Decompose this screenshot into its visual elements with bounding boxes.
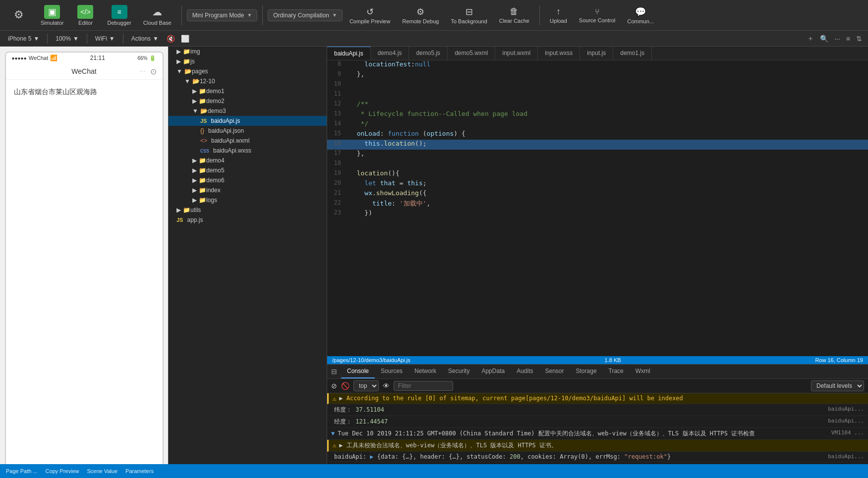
devtools-tab-appdata[interactable]: AppData bbox=[475, 365, 511, 378]
remote-debug-button[interactable]: ⚙ Remote Debug bbox=[397, 4, 444, 26]
tab-demo1-js[interactable]: demo1.js bbox=[613, 47, 652, 60]
tree-label: demo6 bbox=[206, 177, 225, 184]
devtools-tab-sensor[interactable]: Sensor bbox=[539, 365, 570, 378]
source-control-button[interactable]: ⑂ Source Control bbox=[574, 5, 620, 25]
tree-item-demo4[interactable]: ▶ 📁 demo4 bbox=[169, 156, 327, 165]
list-icon[interactable]: ≡ bbox=[844, 35, 852, 43]
code-content[interactable]: 8 locationTest:null 9 }, 10 11 bbox=[327, 60, 868, 356]
clear-cache-button[interactable]: 🗑 Clear Cache bbox=[494, 4, 534, 26]
phone-menu-icon[interactable]: ··· bbox=[139, 67, 146, 76]
tree-item-baiduapi-js[interactable]: JS baiduApi.js bbox=[169, 116, 327, 126]
scene-value-button[interactable]: Scene Value bbox=[87, 468, 117, 474]
code-line-22: 22 title: '加载中', bbox=[327, 199, 868, 209]
editor-button[interactable]: </> Editor bbox=[70, 3, 100, 28]
tree-item-index[interactable]: ▶ 📁 index bbox=[169, 185, 327, 195]
tree-item-img[interactable]: ▶ 📁 img bbox=[169, 47, 327, 56]
page-path-button[interactable]: Page Path ... bbox=[6, 468, 38, 474]
phone-location-text: 山东省烟台市莱山区观海路 bbox=[14, 88, 155, 97]
tab-input-js[interactable]: input.js bbox=[580, 47, 613, 60]
devtools-tab-network[interactable]: Network bbox=[408, 365, 442, 378]
code-line-18: 18 bbox=[327, 159, 868, 169]
more-icon[interactable]: ··· bbox=[832, 35, 842, 43]
console-line-lng: 经度： 121.44547 baiduApi... bbox=[327, 416, 868, 428]
mute-icon[interactable]: 🔇 bbox=[165, 35, 177, 43]
tree-item-demo6[interactable]: ▶ 📁 demo6 bbox=[169, 175, 327, 185]
compile-selector[interactable]: Ordinary Compilation ▼ bbox=[268, 9, 343, 21]
commun-button[interactable]: 💬 Commun... bbox=[622, 4, 659, 26]
parameters-button[interactable]: Parameters bbox=[125, 468, 154, 474]
devtools-tab-trace[interactable]: Trace bbox=[603, 365, 630, 378]
console-line-lat: 纬度： 37.51104 baiduApi... bbox=[327, 404, 868, 416]
tab-demo4-js[interactable]: demo4.js bbox=[371, 47, 409, 60]
compile-arrow-icon: ▼ bbox=[332, 12, 337, 18]
debugger-button[interactable]: ≡ Debugger bbox=[102, 3, 136, 28]
expand-icon[interactable]: ▼ bbox=[331, 430, 335, 437]
tree-item-baiduapi-wxss[interactable]: css baiduApi.wxss bbox=[169, 146, 327, 156]
log-level-select[interactable]: Default levels bbox=[811, 380, 864, 391]
devtools-clear-icon[interactable]: ⊘ bbox=[331, 382, 337, 390]
tree-label: img bbox=[190, 48, 200, 55]
tree-item-12-10[interactable]: ▼ 📂 12-10 bbox=[169, 76, 327, 86]
devtools-block-icon[interactable]: 🚫 bbox=[341, 382, 349, 390]
tree-item-js[interactable]: ▶ 📁 js bbox=[169, 56, 327, 66]
phone-content: 山东省烟台市莱山区观海路 bbox=[6, 80, 163, 105]
network-selector[interactable]: WiFi ▼ bbox=[91, 34, 119, 43]
zoom-selector[interactable]: 100% ▼ bbox=[52, 34, 83, 43]
tree-item-demo1[interactable]: ▶ 📁 demo1 bbox=[169, 86, 327, 96]
file-path: /pages/12-10/demo3/baiduApi.js bbox=[332, 357, 410, 363]
devtools-tab-audits[interactable]: Audits bbox=[511, 365, 539, 378]
code-line-17: 17 }, bbox=[327, 150, 868, 159]
split-icon[interactable]: ⇅ bbox=[854, 35, 864, 43]
tab-label: demo5.js bbox=[416, 50, 440, 56]
tab-baiduapi-js[interactable]: baiduApi.js bbox=[327, 47, 371, 60]
devtools-tab-security[interactable]: Security bbox=[442, 365, 475, 378]
devtools-tab-wxml[interactable]: Wxml bbox=[630, 365, 656, 378]
tree-item-utils[interactable]: ▶ 📁 utils bbox=[169, 205, 327, 215]
tree-item-demo3[interactable]: ▼ 📂 demo3 bbox=[169, 106, 327, 116]
actions-button[interactable]: Actions ▼ bbox=[127, 34, 163, 43]
top-context-select[interactable]: top bbox=[353, 380, 379, 391]
tree-arrow-icon: ▶ bbox=[192, 187, 197, 194]
zoom-label: 100% bbox=[56, 35, 71, 42]
tab-demo5-js[interactable]: demo5.js bbox=[409, 47, 448, 60]
tree-item-pages[interactable]: ▼ 📂 pages bbox=[169, 66, 327, 76]
simulator-button[interactable]: ▣ Simulator bbox=[36, 3, 68, 28]
tree-item-demo2[interactable]: ▶ 📁 demo2 bbox=[169, 96, 327, 106]
tab-input-wxss[interactable]: input.wxss bbox=[538, 47, 580, 60]
sub-toolbar: iPhone 5 ▼ 100% ▼ WiFi ▼ Actions ▼ 🔇 ⬜ ＋… bbox=[0, 31, 868, 47]
devtools-tab-console[interactable]: Console bbox=[341, 365, 375, 378]
folder-icon: 📁 bbox=[183, 58, 190, 65]
mode-selector[interactable]: Mini Program Mode ▼ bbox=[187, 9, 258, 21]
screen-icon[interactable]: ⬜ bbox=[179, 35, 191, 43]
tree-arrow-icon: ▶ bbox=[192, 197, 197, 204]
tree-item-demo5[interactable]: ▶ 📁 demo5 bbox=[169, 165, 327, 175]
to-background-button[interactable]: ⊟ To Background bbox=[446, 4, 492, 26]
console-line-api-result: baiduApi: ▶ {data: {…}, header: {…}, sta… bbox=[327, 452, 868, 462]
tree-item-baiduapi-json[interactable]: {} baiduApi.json bbox=[169, 126, 327, 136]
search-icon[interactable]: 🔍 bbox=[818, 35, 830, 43]
tab-demo5-wxml[interactable]: demo5.wxml bbox=[448, 47, 495, 60]
tree-item-logs[interactable]: ▶ 📁 logs bbox=[169, 195, 327, 205]
folder-icon: 📁 bbox=[199, 177, 206, 184]
main-layout: ●●●●● WeChat 📶 21:11 66% 🔋 WeChat ··· ⊙ bbox=[0, 47, 868, 478]
devtools-tab-sources[interactable]: Sources bbox=[375, 365, 408, 378]
compile-preview-button[interactable]: ↺ Compile Preview bbox=[345, 4, 396, 26]
code-line-14: 14 */ bbox=[327, 120, 868, 130]
devtools-tab-storage[interactable]: Storage bbox=[570, 365, 603, 378]
add-icon[interactable]: ＋ bbox=[805, 34, 816, 43]
phone-record-icon[interactable]: ⊙ bbox=[150, 67, 157, 76]
tab-input-wxml[interactable]: input.wxml bbox=[495, 47, 538, 60]
cursor-position: Row 16, Column 19 bbox=[815, 357, 863, 363]
expand-icon[interactable]: ▶ bbox=[370, 453, 373, 460]
device-selector[interactable]: iPhone 5 ▼ bbox=[4, 34, 43, 43]
phone-battery-icon: 🔋 bbox=[149, 55, 156, 61]
copy-preview-button[interactable]: Copy Preview bbox=[46, 468, 79, 474]
upload-button[interactable]: ↑ Upload bbox=[545, 4, 572, 26]
cloudbase-button[interactable]: ☁ Cloud Base bbox=[138, 3, 176, 28]
code-area: ▶ 📁 img ▶ 📁 js ▼ 📂 pages bbox=[169, 47, 868, 478]
tree-item-baiduapi-wxml[interactable]: <> baiduApi.wxml bbox=[169, 136, 327, 146]
console-filter-input[interactable] bbox=[394, 381, 453, 391]
file-tree: ▶ 📁 img ▶ 📁 js ▼ 📂 pages bbox=[169, 47, 327, 478]
eye-icon[interactable]: 👁 bbox=[383, 382, 390, 390]
tree-item-app-js[interactable]: JS app.js bbox=[169, 215, 327, 225]
